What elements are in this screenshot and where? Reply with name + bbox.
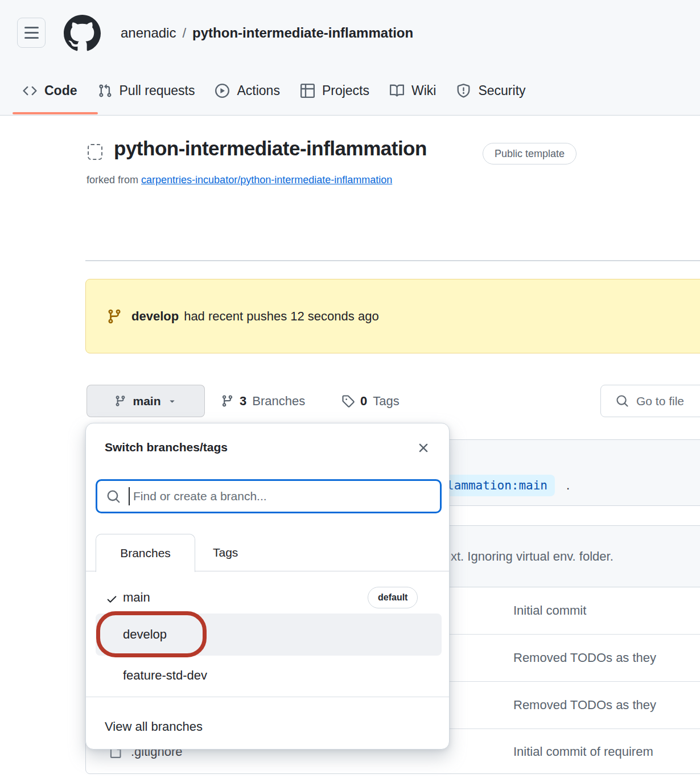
page-title: python-intermediate-inflammation (114, 137, 427, 160)
play-icon (215, 84, 229, 98)
view-all-branches-link[interactable]: View all branches (105, 710, 203, 744)
branch-item-main[interactable]: main default (86, 584, 449, 614)
branches-label: Branches (252, 394, 305, 409)
commit-message[interactable]: Initial commit (513, 587, 586, 634)
branches-count-link[interactable]: 3 Branches (221, 385, 305, 417)
commit-message[interactable]: Removed TODOs as they (513, 682, 656, 728)
recent-push-banner: develop had recent pushes 12 seconds ago (85, 279, 700, 353)
tab-label: Projects (322, 83, 369, 98)
branch-item-develop[interactable]: develop (96, 614, 442, 656)
tab-label: Actions (237, 83, 279, 98)
shield-icon (456, 84, 471, 98)
hamburger-menu-button[interactable] (17, 18, 46, 48)
recent-push-text: develop had recent pushes 12 seconds ago (131, 279, 379, 353)
active-tab-underline (13, 112, 98, 114)
book-icon (390, 84, 404, 98)
top-header: anenadic / python-intermediate-inflammat… (0, 0, 700, 66)
current-branch-label: main (133, 394, 160, 408)
branch-selector-button[interactable]: main (87, 385, 205, 417)
tags-count-link[interactable]: 0 Tags (341, 385, 400, 417)
section-divider (85, 260, 700, 261)
breadcrumb-owner-link[interactable]: anenadic (121, 25, 176, 41)
recent-push-branch: develop (131, 309, 179, 324)
git-branch-icon (106, 308, 122, 324)
github-logo-icon[interactable] (64, 15, 101, 52)
code-icon (23, 84, 37, 98)
tab-projects[interactable]: Projects (290, 66, 380, 115)
project-icon (300, 84, 315, 98)
dialog-divider (86, 697, 449, 697)
go-to-file-button[interactable]: Go to file (600, 385, 700, 417)
tab-code[interactable]: Code (13, 66, 88, 115)
branches-count: 3 (240, 394, 246, 409)
latest-commit-message[interactable]: xt. Ignoring virtual env. folder. (451, 526, 613, 587)
tab-branches[interactable]: Branches (96, 534, 195, 572)
branch-name: main (123, 590, 150, 605)
git-branch-icon (114, 395, 126, 407)
git-branch-icon (221, 394, 234, 407)
tab-pull-requests[interactable]: Pull requests (88, 66, 205, 115)
upstream-branch-code: lammation:main (439, 475, 555, 496)
switch-branches-dialog: Switch branches/tags Branches Tags main … (85, 423, 450, 750)
tag-icon (341, 394, 355, 407)
commit-message[interactable]: Initial commit of requirem (513, 729, 653, 774)
tab-label: Code (44, 83, 77, 98)
branch-name: feature-std-dev (123, 668, 207, 683)
tab-actions[interactable]: Actions (205, 66, 290, 115)
search-icon (616, 394, 629, 407)
search-icon (106, 489, 121, 504)
go-to-file-label: Go to file (636, 394, 684, 408)
tab-tags[interactable]: Tags (203, 534, 248, 571)
forked-from-line: forked from carpentries-incubator/python… (87, 174, 392, 186)
close-icon (416, 441, 431, 455)
tags-count: 0 (360, 394, 367, 409)
status-suffix: . (566, 478, 570, 493)
branch-search-box[interactable] (96, 479, 442, 513)
tags-label: Tags (373, 394, 399, 409)
public-template-badge: Public template (483, 143, 577, 164)
hamburger-icon (24, 27, 39, 28)
breadcrumb: anenadic / python-intermediate-inflammat… (121, 0, 413, 66)
default-badge: default (368, 587, 418, 608)
breadcrumb-repo-link[interactable]: python-intermediate-inflammation (192, 25, 413, 41)
tab-security[interactable]: Security (446, 66, 536, 115)
branch-name: develop (123, 614, 167, 656)
tab-label: Security (478, 83, 525, 98)
repo-nav: Code Pull requests Actions Projects Wiki… (0, 66, 700, 116)
template-repo-icon (88, 144, 102, 160)
tab-label: Pull requests (120, 83, 195, 98)
breadcrumb-separator: / (182, 25, 186, 41)
check-icon (106, 593, 118, 605)
git-pull-request-icon (98, 84, 112, 98)
chevron-down-icon (167, 396, 177, 406)
forked-prefix: forked from (87, 174, 138, 186)
tab-label: Wiki (411, 83, 436, 98)
branch-search-input[interactable] (132, 489, 440, 504)
commit-message[interactable]: Removed TODOs as they (513, 635, 656, 681)
close-button[interactable] (416, 441, 431, 455)
tab-wiki[interactable]: Wiki (380, 66, 446, 115)
github-repo-page: anenadic / python-intermediate-inflammat… (0, 0, 700, 778)
branch-item-feature-std-dev[interactable]: feature-std-dev (123, 658, 207, 693)
text-cursor (129, 487, 130, 505)
dialog-title: Switch branches/tags (105, 441, 228, 454)
upstream-repo-link[interactable]: carpentries-incubator/python-intermediat… (141, 174, 392, 186)
